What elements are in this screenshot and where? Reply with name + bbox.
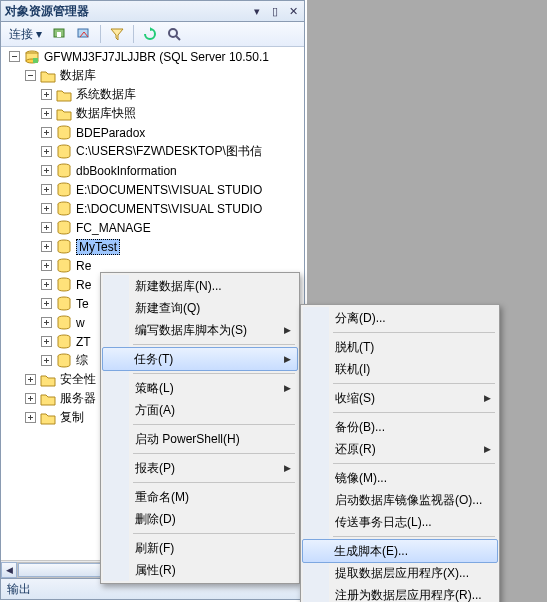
database-icon: [56, 201, 72, 217]
folder-icon: [40, 372, 56, 388]
expander-plus-icon[interactable]: [41, 89, 52, 100]
menu-separator: [133, 424, 295, 425]
database-icon: [56, 239, 72, 255]
menu-shrink[interactable]: 收缩(S)▶: [303, 387, 497, 409]
tree-server-node[interactable]: GFWMJ3FJ7JLJJBR (SQL Server 10.50.1: [1, 47, 304, 66]
expander-plus-icon[interactable]: [41, 222, 52, 233]
pin-icon[interactable]: ▯: [268, 4, 282, 18]
tree-db-snap[interactable]: 数据库快照: [1, 104, 304, 123]
expander-plus-icon[interactable]: [41, 146, 52, 157]
expander-plus-icon[interactable]: [41, 355, 52, 366]
filter-icon[interactable]: [107, 24, 127, 44]
menu-properties[interactable]: 属性(R): [103, 559, 297, 581]
folder-icon: [40, 391, 56, 407]
database-icon: [56, 277, 72, 293]
menu-separator: [333, 332, 495, 333]
expander-minus-icon[interactable]: [25, 70, 36, 81]
expander-plus-icon[interactable]: [41, 317, 52, 328]
tree-sys-db[interactable]: 系统数据库: [1, 85, 304, 104]
scroll-left-arrow[interactable]: ◀: [1, 562, 17, 578]
menu-script-db[interactable]: 编写数据库脚本为(S)▶: [103, 319, 297, 341]
menu-reports[interactable]: 报表(P)▶: [103, 457, 297, 479]
toolbar-btn-1[interactable]: [50, 24, 70, 44]
menu-rename[interactable]: 重命名(M): [103, 486, 297, 508]
submenu-arrow-icon: ▶: [284, 383, 291, 393]
expander-plus-icon[interactable]: [41, 184, 52, 195]
expander-minus-icon[interactable]: [9, 51, 20, 62]
menu-mirror[interactable]: 镜像(M)...: [303, 467, 497, 489]
output-label: 输出: [7, 581, 31, 598]
tree-db-item[interactable]: E:\DOCUMENTS\VISUAL STUDIO: [1, 199, 304, 218]
database-icon: [56, 144, 72, 160]
menu-separator: [333, 536, 495, 537]
svg-point-3: [169, 29, 177, 37]
panel-title: 对象资源管理器: [5, 3, 89, 20]
menu-refresh[interactable]: 刷新(F): [103, 537, 297, 559]
folder-icon: [56, 87, 72, 103]
tree-db-item[interactable]: dbBookInformation: [1, 161, 304, 180]
menu-restore[interactable]: 还原(R)▶: [303, 438, 497, 460]
expander-plus-icon[interactable]: [41, 336, 52, 347]
tree-db-item[interactable]: FC_MANAGE: [1, 218, 304, 237]
tree-db-item[interactable]: BDEParadox: [1, 123, 304, 142]
menu-generate-script[interactable]: 生成脚本(E)...: [302, 539, 498, 563]
menu-separator: [133, 373, 295, 374]
menu-backup[interactable]: 备份(B)...: [303, 416, 497, 438]
menu-new-query[interactable]: 新建查询(Q): [103, 297, 297, 319]
expander-plus-icon[interactable]: [41, 165, 52, 176]
expander-plus-icon[interactable]: [41, 127, 52, 138]
database-icon: [56, 182, 72, 198]
submenu-arrow-icon: ▶: [284, 463, 291, 473]
menu-tasks[interactable]: 任务(T)▶: [102, 347, 298, 371]
context-menu: 新建数据库(N)... 新建查询(Q) 编写数据库脚本为(S)▶ 任务(T)▶ …: [100, 272, 300, 584]
expander-plus-icon[interactable]: [41, 298, 52, 309]
expander-plus-icon[interactable]: [25, 374, 36, 385]
close-icon[interactable]: ✕: [286, 4, 300, 18]
expander-plus-icon[interactable]: [41, 279, 52, 290]
submenu-arrow-icon: ▶: [284, 325, 291, 335]
connect-dropdown[interactable]: 连接 ▾: [5, 26, 46, 43]
tree-db-item-selected[interactable]: MyTest: [1, 237, 304, 256]
menu-delete[interactable]: 删除(D): [103, 508, 297, 530]
database-icon: [56, 163, 72, 179]
database-icon: [56, 258, 72, 274]
menu-offline[interactable]: 脱机(T): [303, 336, 497, 358]
toolbar-btn-2[interactable]: [74, 24, 94, 44]
svg-line-4: [176, 36, 180, 40]
database-icon: [56, 315, 72, 331]
toolbar: 连接 ▾: [1, 22, 304, 47]
menu-facets[interactable]: 方面(A): [103, 399, 297, 421]
expander-plus-icon[interactable]: [25, 393, 36, 404]
menu-extract-dac[interactable]: 提取数据层应用程序(X)...: [303, 562, 497, 584]
menu-register-dac[interactable]: 注册为数据层应用程序(R)...: [303, 584, 497, 602]
svg-rect-1: [57, 32, 61, 37]
expander-plus-icon[interactable]: [41, 203, 52, 214]
menu-powershell[interactable]: 启动 PowerShell(H): [103, 428, 297, 450]
database-icon: [56, 353, 72, 369]
menu-ship-log[interactable]: 传送事务日志(L)...: [303, 511, 497, 533]
db-root-label: 数据库: [60, 67, 96, 84]
expander-plus-icon[interactable]: [41, 241, 52, 252]
database-icon: [56, 125, 72, 141]
expander-plus-icon[interactable]: [41, 108, 52, 119]
selected-db-label: MyTest: [76, 239, 120, 255]
expander-plus-icon[interactable]: [25, 412, 36, 423]
menu-new-database[interactable]: 新建数据库(N)...: [103, 275, 297, 297]
search-icon[interactable]: [164, 24, 184, 44]
menu-online[interactable]: 联机(I): [303, 358, 497, 380]
expander-plus-icon[interactable]: [41, 260, 52, 271]
tree-db-item[interactable]: C:\USERS\FZW\DESKTOP\图书信: [1, 142, 304, 161]
panel-header: 对象资源管理器 ▾ ▯ ✕: [1, 1, 304, 22]
tree-db-root[interactable]: 数据库: [1, 66, 304, 85]
dropdown-icon[interactable]: ▾: [250, 4, 264, 18]
submenu-arrow-icon: ▶: [284, 354, 291, 364]
menu-detach[interactable]: 分离(D)...: [303, 307, 497, 329]
refresh-icon[interactable]: [140, 24, 160, 44]
folder-icon: [56, 106, 72, 122]
menu-mirror-monitor[interactable]: 启动数据库镜像监视器(O)...: [303, 489, 497, 511]
tree-db-item[interactable]: E:\DOCUMENTS\VISUAL STUDIO: [1, 180, 304, 199]
folder-icon: [40, 410, 56, 426]
menu-policy[interactable]: 策略(L)▶: [103, 377, 297, 399]
menu-separator: [133, 344, 295, 345]
server-icon: [24, 49, 40, 65]
